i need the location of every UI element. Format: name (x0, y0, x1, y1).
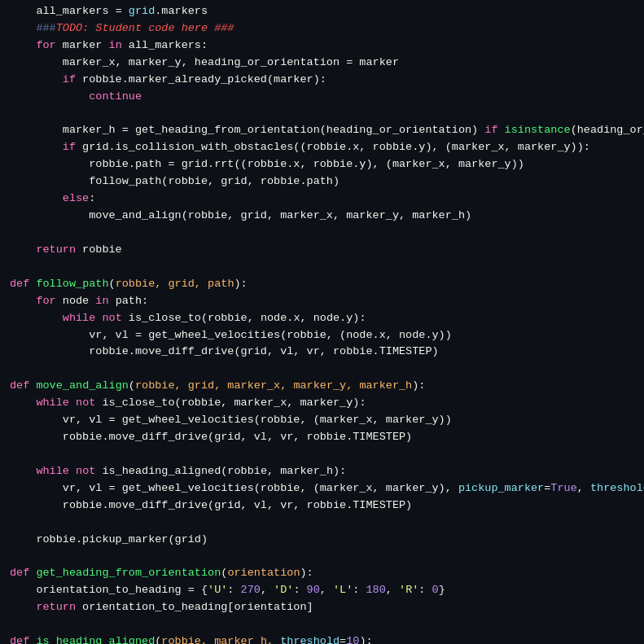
code-line-23: while not is_heading_aligned(robbie, mar… (0, 463, 644, 480)
code-line-2: ###TODO: Student code here ### (0, 20, 644, 37)
code-line-blank7 (0, 549, 644, 566)
code-line-18: robbie.move_diff_drive(grid, vl, vr, rob… (0, 344, 644, 361)
code-line-blank2 (0, 225, 644, 242)
code-line-4: marker_x, marker_y, heading_or_orientati… (0, 55, 644, 72)
code-line-blank3 (0, 259, 644, 276)
code-line-9: robbie.path = grid.rrt((robbie.x, robbie… (0, 156, 644, 173)
code-line-3: for marker in all_markers: (0, 37, 644, 55)
code-line-26: robbie.pickup_marker(grid) (0, 532, 644, 549)
code-editor: all_markers = grid.markers ###TODO: Stud… (0, 0, 644, 644)
code-line-30: def is_heading_aligned(robbie, marker_h,… (0, 633, 644, 644)
code-line-blank1 (0, 106, 644, 123)
code-line-12: move_and_align(robbie, grid, marker_x, m… (0, 208, 644, 225)
code-line-13: return robbie (0, 242, 644, 259)
code-line-7: marker_h = get_heading_from_orientation(… (0, 122, 644, 139)
code-line-11: else: (0, 191, 644, 208)
code-line-blank4 (0, 361, 644, 378)
code-line-10: follow_path(robbie, grid, robbie.path) (0, 173, 644, 191)
code-line-25: robbie.move_diff_drive(grid, vl, vr, rob… (0, 497, 644, 515)
code-line-24: vr, vl = get_wheel_velocities(robbie, (m… (0, 480, 644, 497)
code-line-17: vr, vl = get_wheel_velocities(robbie, (n… (0, 327, 644, 344)
code-line-22: robbie.move_diff_drive(grid, vl, vr, rob… (0, 429, 644, 446)
code-line-28: orientation_to_heading = {'U': 270, 'D':… (0, 582, 644, 599)
code-line-6: continue (0, 89, 644, 106)
code-line-blank8 (0, 616, 644, 633)
code-line-8: if grid.is_collision_with_obstacles((rob… (0, 139, 644, 156)
code-line-blank5 (0, 446, 644, 463)
code-line-15: for node in path: (0, 293, 644, 310)
code-line-blank6 (0, 515, 644, 532)
code-line-27: def get_heading_from_orientation(orienta… (0, 565, 644, 582)
code-line-1: all_markers = grid.markers (0, 3, 644, 20)
code-line-21: vr, vl = get_wheel_velocities(robbie, (m… (0, 412, 644, 429)
code-line-14: def follow_path(robbie, grid, path): (0, 276, 644, 293)
code-line-19: def move_and_align(robbie, grid, marker_… (0, 378, 644, 395)
code-line-20: while not is_close_to(robbie, marker_x, … (0, 395, 644, 412)
code-line-5: if robbie.marker_already_picked(marker): (0, 72, 644, 89)
code-line-16: while not is_close_to(robbie, node.x, no… (0, 310, 644, 327)
code-line-29: return orientation_to_heading[orientatio… (0, 599, 644, 616)
